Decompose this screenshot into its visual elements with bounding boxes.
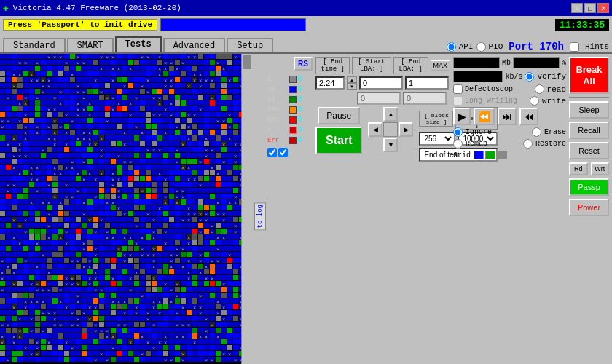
dpad-down-button[interactable]: ▼ [383,138,398,152]
rd-wrt-buttons: Rd Wrt [569,162,609,175]
block-size-select[interactable]: 2565121024 [419,132,455,146]
threshold-50-label: 50 [267,96,288,103]
verify-label: verify [537,72,566,81]
lba-input4[interactable] [403,92,447,105]
dpad-right-button[interactable]: ▶ [399,122,413,137]
log-row-600: 600 0 [267,116,302,124]
log-color-gt [289,127,297,134]
log-color-err [289,137,297,144]
kbs-value: 0 [496,72,501,80]
stats-panel: 0 Mb 0 % 0 kb/s verify [453,57,566,361]
log-color-20 [289,86,297,93]
time-up-button[interactable]: ▲ [347,76,357,83]
pause-button[interactable]: Pause [318,107,360,124]
status-message: Press 'Passport' to init drive [3,19,157,31]
grid-label: Grid [453,151,471,159]
rewind-button[interactable]: ⏪ [474,108,495,125]
log-val-20: 0 [298,85,302,93]
close-button[interactable]: ✕ [597,3,609,13]
play-button[interactable]: ▶ [453,108,471,125]
tab-advanced[interactable]: Advanced [163,38,226,52]
rs-button[interactable]: RS [294,57,313,71]
max-button[interactable]: MAX [431,60,451,71]
hints-checkbox[interactable] [570,42,579,52]
err-val: 0 [298,136,302,144]
end-lba-input[interactable] [405,76,449,90]
threshold-gt-label: > [267,127,288,134]
write-label: write [542,97,566,106]
defectoscop-checkbox[interactable] [453,84,463,94]
lba-input-row: ▲ ▼ [315,76,450,90]
lba-input-row2 [315,92,450,105]
sleep-button[interactable]: Sleep [569,101,609,119]
scrollbar-thumb[interactable] [243,55,251,69]
rd-button[interactable]: Rd [569,162,588,175]
defectoscop-label: Defectoscop [465,85,513,93]
tab-tests[interactable]: Tests [115,36,162,52]
verify-radio[interactable] [525,72,534,82]
log-color-5 [289,76,297,83]
lba-input3[interactable] [357,92,401,105]
lba-header-row: [ End time ] [ Start LBA: ] [ End LBA: ]… [315,57,450,74]
main-content: RS to log 5 0 20 0 50 [0,54,612,364]
read-radio[interactable] [535,84,544,94]
kbs-row: 0 kb/s verify [453,71,566,82]
titlebar: ✚ Victoria 4.47 Freeware (2013-02-20) — … [0,0,612,16]
grid-color-3 [497,151,507,159]
remap-label: Remap [466,140,487,148]
log-row-err: Err 0 [267,136,302,144]
port-label: Port 170h [509,41,564,52]
grid-row: Grid [453,151,566,159]
percent-value: 0 [553,58,557,66]
option-row-1: Ignore Erase [453,127,566,137]
end-time-label: [ End time ] [315,57,350,74]
write-radio[interactable] [530,96,539,106]
dpad-left-button[interactable]: ◀ [368,122,382,137]
remap-radio[interactable] [453,139,463,149]
hints-label: Hints [585,42,609,51]
end-button[interactable]: ⏮ [519,108,538,125]
pio-label: PIO [489,42,503,51]
ignore-radio[interactable] [453,127,463,137]
minimize-button[interactable]: — [571,3,583,13]
progress-bar [160,18,306,31]
log-row-20: 20 0 [267,85,302,93]
threshold-20-label: 20 [267,86,288,93]
tab-setup[interactable]: Setup [227,38,273,52]
log-row-5: 5 0 [267,75,302,83]
time-input[interactable] [315,76,345,90]
mb-value: 0 [493,58,498,66]
window-controls: — □ ✕ [571,3,609,13]
pio-radio[interactable] [476,42,486,52]
log-panel: RS to log 5 0 20 0 50 [254,57,313,361]
start-button[interactable]: Start [315,127,362,154]
grid-scrollbar[interactable] [241,54,251,364]
long-writing-checkbox[interactable] [453,96,463,106]
threshold-200-label: 200 [267,106,288,114]
start-lba-input[interactable] [359,76,403,90]
reset-button[interactable]: Reset [569,142,609,159]
time-down-button[interactable]: ▼ [347,83,357,90]
tab-smart[interactable]: SMART [67,38,114,52]
tab-standard[interactable]: Standard [3,38,66,52]
recall-button[interactable]: Recall [569,122,609,139]
log-row-200: 200 0 [267,106,302,114]
api-radio[interactable] [447,42,456,52]
defectoscop-row: Defectoscop read [453,84,566,94]
restore-radio[interactable] [523,139,533,149]
dpad-up-button[interactable]: ▲ [383,107,398,122]
log-checkbox-2[interactable] [278,148,288,157]
passp-button[interactable]: Passp [569,178,609,196]
read-label: read [547,85,566,94]
log-val-5: 0 [298,75,302,83]
erase-radio[interactable] [532,127,541,137]
end-lba-label: [ End LBA: ] [393,57,428,74]
break-all-button[interactable]: BreakAll [569,57,609,94]
maximize-button[interactable]: □ [584,3,596,13]
wrt-button[interactable]: Wrt [591,162,610,175]
step-button[interactable]: ⏭ [498,108,517,125]
log-checkbox-1[interactable] [267,148,277,157]
verify-row: verify [525,72,566,82]
time-spin-buttons: ▲ ▼ [347,76,357,90]
power-button[interactable]: Power [569,199,609,216]
